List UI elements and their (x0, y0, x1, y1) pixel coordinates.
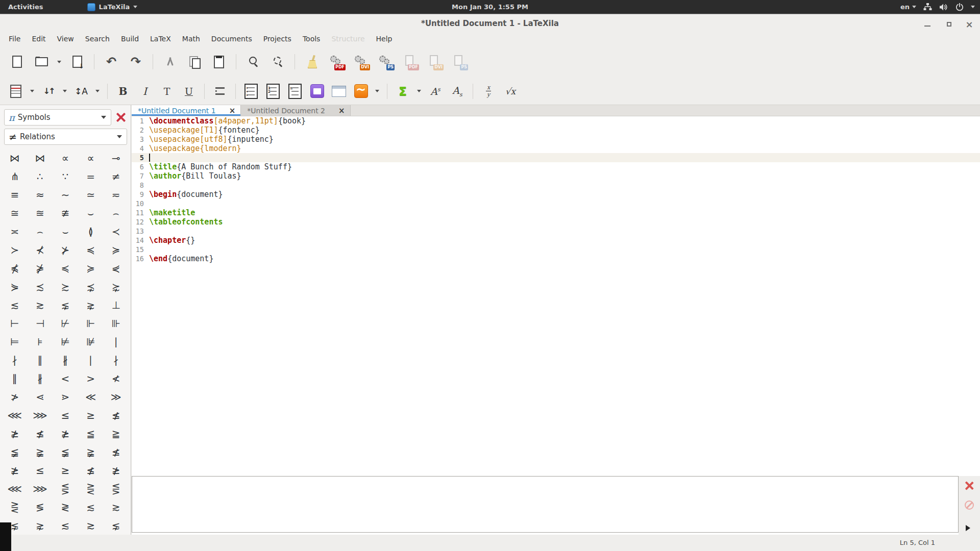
symbol-cell[interactable]: ≅ (2, 204, 28, 222)
tab-close-icon[interactable]: × (338, 106, 345, 115)
volume-icon[interactable] (939, 3, 948, 11)
symbol-cell[interactable]: ≫ (103, 388, 129, 406)
references-button[interactable]: ↓↑ (39, 82, 58, 101)
menu-build[interactable]: Build (115, 33, 144, 45)
symbol-cell[interactable]: ⋗ (53, 388, 78, 406)
symbol-cell[interactable]: ∥ (2, 369, 28, 388)
menu-edit[interactable]: Edit (26, 33, 51, 45)
search-replace-button[interactable] (267, 51, 288, 72)
symbol-cell[interactable]: ≱ (2, 461, 28, 480)
symbol-cell[interactable]: ⊬ (53, 314, 78, 333)
symbol-cell[interactable]: ⋚ (103, 480, 129, 498)
references-dropdown[interactable] (61, 81, 69, 102)
symbol-cell[interactable]: ≳ (103, 498, 129, 516)
symbol-cell[interactable]: ⋟ (2, 278, 28, 296)
bold-button[interactable]: B (113, 82, 133, 101)
symbol-cell[interactable]: ≶ (28, 498, 53, 516)
menu-tools[interactable]: Tools (297, 33, 326, 45)
symbol-cell[interactable]: ⊀ (28, 241, 53, 259)
save-document-button[interactable] (66, 51, 88, 72)
subscript-button[interactable]: As (448, 82, 467, 101)
symbol-cell[interactable]: ∼ (53, 186, 78, 204)
symbol-cell[interactable]: ⋦ (53, 296, 78, 314)
list-enumerate-button[interactable]: 1 2 (263, 82, 283, 101)
menu-file[interactable]: File (3, 33, 26, 45)
symbol-cell[interactable]: ≾ (28, 278, 53, 296)
maximize-button[interactable] (943, 18, 954, 30)
symbol-cell[interactable]: ⋔ (2, 167, 28, 186)
undo-button[interactable]: ↶ (101, 51, 122, 72)
symbol-cell[interactable]: ⋦ (103, 516, 129, 535)
superscript-button[interactable]: As (426, 82, 445, 101)
symbol-cell[interactable]: ⊢ (2, 314, 28, 333)
symbol-cell[interactable]: ≪ (78, 388, 104, 406)
symbol-cell[interactable]: ⌣ (78, 204, 104, 222)
menu-view[interactable]: View (52, 33, 80, 45)
symbol-cell[interactable]: ≿ (53, 278, 78, 296)
sectioning-button[interactable] (6, 82, 26, 101)
square-root-button[interactable]: √x (501, 82, 520, 101)
symbol-cell[interactable]: ≂ (103, 186, 129, 204)
symbol-cell[interactable]: ∥ (28, 351, 53, 369)
symbol-cell[interactable]: ∦ (28, 369, 53, 388)
symbol-cell[interactable]: ⊩ (78, 314, 104, 333)
symbol-cell[interactable]: ⋩ (103, 278, 129, 296)
keyboard-layout-button[interactable]: en (900, 3, 916, 11)
symbol-cell[interactable]: ≈ (28, 186, 53, 204)
redo-button[interactable]: ↷ (125, 51, 146, 72)
symbol-cell[interactable]: ≰ (103, 406, 129, 424)
insert-table-button[interactable] (329, 82, 349, 101)
show-details-button[interactable] (966, 525, 970, 531)
symbol-cell[interactable]: ⊧ (28, 333, 53, 351)
symbol-cell[interactable]: > (78, 369, 104, 388)
symbol-cell[interactable]: ≰ (28, 424, 53, 443)
math-functions-button[interactable]: Σ (393, 82, 412, 101)
symbol-cell[interactable]: ⋖ (28, 388, 53, 406)
symbol-cell[interactable]: ⋙ (28, 480, 53, 498)
menu-search[interactable]: Search (80, 33, 115, 45)
close-window-button[interactable]: × (964, 18, 975, 30)
menu-projects[interactable]: Projects (258, 33, 297, 45)
math-dropdown[interactable] (373, 81, 381, 102)
symbol-cell[interactable]: ≍ (2, 222, 28, 241)
italic-button[interactable]: I (135, 82, 155, 101)
symbol-cell[interactable]: ≩ (28, 443, 53, 461)
clock[interactable]: Mon Jan 30, 1:55 PM (0, 3, 980, 11)
symbol-cell[interactable]: = (78, 167, 104, 186)
symbol-cell[interactable]: ≷ (53, 498, 78, 516)
symbol-cell[interactable]: ∣ (103, 333, 129, 351)
symbol-cell[interactable]: ≱ (103, 461, 129, 480)
symbol-cell[interactable]: ≦ (78, 424, 104, 443)
insert-image-button[interactable] (307, 82, 327, 101)
symbol-cell[interactable]: ≱ (2, 424, 28, 443)
symbol-cell[interactable]: ∤ (103, 351, 129, 369)
symbol-cell[interactable]: ≡ (2, 186, 28, 204)
symbol-cell[interactable]: ≊ (28, 204, 53, 222)
cut-button[interactable] (159, 51, 181, 72)
symbol-cell[interactable]: ≨ (53, 443, 78, 461)
clean-build-files-button[interactable] (301, 51, 323, 72)
symbol-cell[interactable]: ≥ (53, 461, 78, 480)
symbol-cell[interactable]: ⌢ (28, 222, 53, 241)
symbol-cell[interactable]: ≻ (2, 241, 28, 259)
symbol-cell[interactable]: ≲ (53, 516, 78, 535)
symbol-cell[interactable]: ≰ (78, 461, 104, 480)
symbol-cell[interactable]: ⊪ (103, 314, 129, 333)
underline-button[interactable]: U (179, 82, 199, 101)
character-size-button[interactable]: ↕A (71, 82, 91, 101)
symbol-cell[interactable]: ⋧ (78, 296, 104, 314)
symbol-cell[interactable]: ⊭ (53, 333, 78, 351)
menu-latex[interactable]: LaTeX (144, 33, 177, 45)
symbol-cell[interactable]: ⊯ (78, 333, 104, 351)
menu-documents[interactable]: Documents (206, 33, 258, 45)
symbol-cell[interactable]: ⋙ (28, 406, 53, 424)
math-functions-dropdown[interactable] (415, 81, 423, 102)
symbol-cell[interactable]: ⊸ (103, 149, 129, 167)
symbol-cell[interactable]: ⋚ (53, 480, 78, 498)
symbol-cell[interactable]: ≮ (103, 369, 129, 388)
chevron-down-icon[interactable] (971, 6, 975, 8)
symbol-cell[interactable]: ⋛ (78, 480, 104, 498)
symbol-cell[interactable]: ⋛ (2, 498, 28, 516)
build-dvi-button[interactable]: DVI (350, 51, 372, 72)
symbol-cell[interactable]: ∝ (53, 149, 78, 167)
